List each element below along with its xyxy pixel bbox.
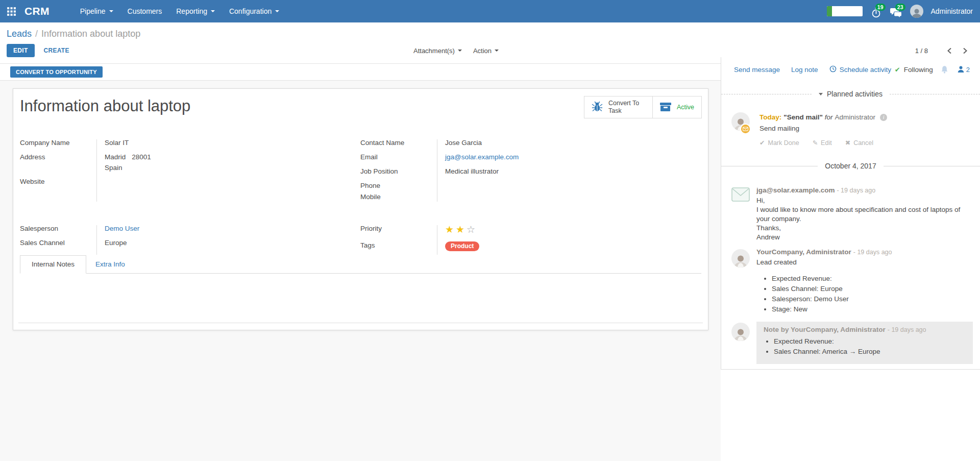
chevron-down-icon (211, 10, 215, 12)
breadcrumb-current: Information about laptop (41, 29, 140, 39)
mark-done-button[interactable]: ✔Mark Done (760, 139, 799, 147)
message-email: jga@solar.example.com- 19 days ago Hi, I… (731, 186, 973, 242)
star-filled-icon[interactable]: ★ (456, 224, 467, 235)
date-separator: October 4, 2017 (721, 162, 980, 170)
field-label-mobile: Mobile (360, 192, 437, 202)
messages-icon[interactable]: 23 (890, 5, 902, 18)
activity-note: Send mailing (760, 125, 887, 132)
edit-activity-button[interactable]: ✎Edit (813, 139, 832, 147)
following-button[interactable]: ✔ Following (895, 66, 933, 74)
message-author: jga@solar.example.com (756, 186, 835, 194)
pencil-icon: ✎ (813, 139, 818, 147)
breadcrumb-leads-link[interactable]: Leads (7, 29, 32, 39)
message-author: Note by YourCompany, Administrator (764, 326, 886, 333)
cancel-activity-button[interactable]: ✖Cancel (845, 139, 873, 147)
messages-badge: 23 (895, 4, 905, 11)
field-label-company-name: Company Name (20, 138, 96, 148)
pager-next-icon[interactable] (962, 47, 969, 54)
form-sheet: Information about laptop (13, 88, 708, 330)
field-label-job-position: Job Position (360, 166, 437, 177)
message-body: Hi, I would like to know more about spec… (756, 196, 973, 242)
field-label-priority: Priority (360, 224, 437, 236)
menu-configuration[interactable]: Configuration (229, 7, 279, 15)
star-filled-icon[interactable]: ★ (445, 224, 456, 235)
attachments-dropdown[interactable]: Attachment(s) (413, 47, 462, 55)
create-button[interactable]: CREATE (40, 44, 74, 57)
tab-internal-notes[interactable]: Internal Notes (20, 255, 86, 274)
menu-pipeline[interactable]: Pipeline (80, 7, 113, 15)
activity-due-label: Today: (760, 113, 781, 121)
activities-timer-icon[interactable]: 19 (870, 5, 883, 18)
menu-customers[interactable]: Customers (128, 7, 162, 15)
planned-activities-header[interactable]: Planned activities (721, 90, 980, 98)
field-value-mobile (437, 192, 445, 202)
followers-button[interactable]: 2 (958, 66, 970, 74)
field-value-sales-channel: Europe (96, 238, 127, 248)
field-label-address: Address (20, 152, 96, 173)
activity-item: Today: "Send mail" for Administrator i S… (731, 112, 980, 147)
salesperson-link[interactable]: Demo User (105, 225, 139, 232)
internal-notes-content (20, 274, 701, 315)
active-toggle-button[interactable]: Active (652, 96, 701, 118)
avatar (731, 249, 750, 268)
user-avatar[interactable] (910, 5, 923, 18)
menu-reporting[interactable]: Reporting (176, 7, 215, 15)
field-value-contact-name: Jose Garcia (437, 138, 482, 148)
envelope-avatar-icon (731, 186, 751, 242)
field-label-salesperson: Salesperson (20, 224, 96, 234)
message-note: Note by YourCompany, Administrator- 19 d… (731, 322, 973, 364)
field-label-phone: Phone (360, 181, 437, 191)
stat-button-box: Convert To Task Active (584, 96, 702, 118)
action-dropdown[interactable]: Action (473, 47, 499, 55)
convert-to-opportunity-button[interactable]: CONVERT TO OPPORTUNITY (10, 66, 103, 78)
check-icon: ✔ (760, 139, 765, 147)
message-log: YourCompany, Administrator- 19 days ago … (731, 248, 973, 316)
notebook-tabs: Internal Notes Extra Info (20, 255, 701, 274)
field-value-address: Madrid28001 Spain (96, 152, 151, 173)
apps-grid-icon[interactable] (6, 6, 16, 16)
field-value-company-name: Solar IT (96, 138, 129, 148)
field-value-phone (437, 181, 445, 191)
edit-button[interactable]: EDIT (7, 44, 35, 57)
pager-previous-icon[interactable] (946, 47, 953, 54)
pager-value: 1 / 8 (915, 47, 928, 55)
message-body: Lead created (756, 258, 973, 267)
priority-tags-group: Priority ★★☆ Tags Product (360, 224, 701, 256)
contact-info-group: Contact Name Jose Garcia Email jga@solar… (360, 138, 701, 203)
bell-icon[interactable] (941, 65, 948, 74)
message-author: YourCompany, Administrator (756, 248, 851, 256)
schedule-activity-button[interactable]: Schedule activity (829, 65, 891, 74)
timer-badge: 19 (875, 4, 886, 11)
timer-widget[interactable] (827, 6, 863, 16)
field-label-email: Email (360, 152, 437, 162)
info-icon[interactable]: i (880, 114, 887, 121)
sales-info-group: Salesperson Demo User Sales Channel Euro… (20, 224, 360, 256)
message-bullet-list: Expected Revenue: Sales Channel: Europe … (772, 275, 973, 313)
archive-box-icon (660, 103, 671, 112)
tab-extra-info[interactable]: Extra Info (86, 255, 134, 273)
activity-email-badge-icon (740, 124, 751, 134)
user-name[interactable]: Administrator (931, 7, 973, 15)
convert-to-task-button[interactable]: Convert To Task (584, 96, 652, 118)
app-brand[interactable]: CRM (24, 5, 50, 17)
chatter-panel: Send message Log note Schedule activity … (721, 57, 980, 370)
activity-assignee: Administrator (835, 113, 876, 121)
company-info-group: Company Name Solar IT Address Madrid2800… (20, 138, 360, 203)
send-message-button[interactable]: Send message (734, 66, 780, 74)
field-label-contact-name: Contact Name (360, 138, 437, 148)
chevron-down-icon (495, 50, 499, 52)
check-icon: ✔ (895, 66, 900, 74)
email-link[interactable]: jga@solar.example.com (445, 153, 519, 161)
form-view: CONVERT TO OPPORTUNITY Information about… (0, 63, 721, 461)
log-note-button[interactable]: Log note (791, 66, 818, 74)
sheet-divider (18, 323, 703, 323)
field-value-job-position: Medical illustrator (437, 166, 499, 177)
clock-icon (829, 65, 837, 74)
chevron-down-icon (819, 93, 823, 95)
breadcrumb-separator: / (35, 29, 38, 39)
message-time: - 19 days ago (853, 249, 892, 256)
field-label-website: Website (20, 177, 96, 187)
star-empty-icon[interactable]: ☆ (467, 224, 477, 235)
activity-summary: "Send mail" (783, 113, 823, 121)
priority-stars: ★★☆ (437, 224, 477, 236)
